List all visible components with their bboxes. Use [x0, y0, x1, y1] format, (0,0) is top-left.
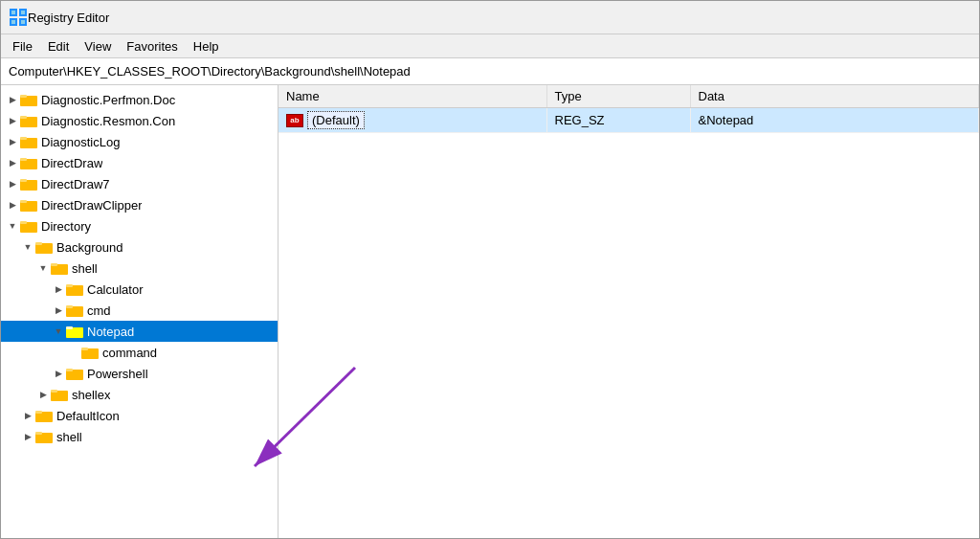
- folder-icon-notepad: [66, 325, 83, 338]
- expand-arrow-directdraw7[interactable]: [5, 176, 20, 191]
- address-path: Computer\HKEY_CLASSES_ROOT\Directory\Bac…: [9, 64, 411, 79]
- tree-label-powershell: Powershell: [87, 367, 148, 381]
- col-name: Name: [278, 85, 546, 108]
- svg-rect-5: [21, 11, 25, 14]
- folder-icon-diagnosticlog: [20, 135, 37, 148]
- tree-label-directory: Directory: [41, 219, 91, 234]
- expand-arrow-directdraw[interactable]: [5, 155, 20, 170]
- tree-item-diagnostic-perfmon[interactable]: Diagnostic.Perfmon.Doc: [1, 89, 278, 110]
- menu-file[interactable]: File: [5, 37, 40, 56]
- tree-label-directdraw: DirectDraw: [41, 156, 102, 170]
- folder-icon-directdraw: [20, 156, 37, 169]
- tree-label-defaulticon: DefaultIcon: [56, 409, 120, 423]
- tree-label-diagnostic-perfmon: Diagnostic.Perfmon.Doc: [41, 93, 175, 107]
- tree-label-shell: shell: [72, 261, 98, 276]
- folder-icon-diagnostic-perfmon: [20, 93, 37, 106]
- tree-label-shell2: shell: [56, 430, 82, 444]
- expand-arrow-shell2[interactable]: [20, 429, 35, 444]
- svg-rect-23: [35, 242, 42, 245]
- menu-view[interactable]: View: [77, 37, 119, 56]
- tree-item-directdraw7[interactable]: DirectDraw7: [1, 173, 278, 194]
- reg-type-cell: REG_SZ: [546, 108, 690, 133]
- main-content: Diagnostic.Perfmon.Doc Diagnostic.Resmon…: [1, 85, 979, 539]
- expand-arrow-diagnostic-resmon[interactable]: [5, 113, 20, 128]
- svg-rect-19: [20, 200, 27, 203]
- folder-icon-directdrawclipper: [20, 198, 37, 212]
- menu-help[interactable]: Help: [186, 37, 227, 56]
- tree-item-directdrawclipper[interactable]: DirectDrawClipper: [1, 194, 278, 215]
- svg-rect-27: [66, 284, 73, 287]
- expand-arrow-shellex[interactable]: [35, 387, 51, 402]
- table-row[interactable]: ab(Default)REG_SZ&Notepad: [278, 108, 979, 133]
- right-panel: Name Type Data ab(Default)REG_SZ&Notepad: [278, 85, 979, 539]
- tree-item-cmd[interactable]: cmd: [1, 300, 278, 321]
- tree-label-command: command: [102, 346, 157, 360]
- tree-item-shellex[interactable]: shellex: [1, 384, 278, 405]
- expand-arrow-directdrawclipper[interactable]: [5, 197, 20, 213]
- tree-item-diagnostic-resmon[interactable]: Diagnostic.Resmon.Con: [1, 110, 278, 131]
- expand-arrow-calculator[interactable]: [51, 281, 66, 297]
- address-bar: Computer\HKEY_CLASSES_ROOT\Directory\Bac…: [1, 58, 979, 85]
- expand-arrow-background[interactable]: [20, 239, 35, 255]
- tree-label-diagnosticlog: DiagnosticLog: [41, 135, 120, 149]
- tree-item-shell[interactable]: shell: [1, 258, 278, 279]
- folder-icon-defaulticon: [35, 409, 53, 422]
- tree-item-defaulticon[interactable]: DefaultIcon: [1, 405, 278, 426]
- svg-rect-11: [20, 116, 27, 119]
- expand-arrow-shell[interactable]: [35, 260, 51, 276]
- tree-item-diagnosticlog[interactable]: DiagnosticLog: [1, 131, 278, 152]
- window-title: Registry Editor: [28, 11, 109, 25]
- svg-rect-17: [20, 179, 27, 182]
- tree-label-notepad: Notepad: [87, 325, 134, 339]
- title-bar: Registry Editor: [1, 1, 979, 34]
- menu-bar: File Edit View Favorites Help: [1, 34, 979, 58]
- folder-icon-directory: [20, 219, 37, 233]
- registry-icon: [9, 8, 28, 27]
- folder-icon-powershell: [66, 367, 83, 380]
- expand-arrow-diagnostic-perfmon[interactable]: [5, 92, 20, 107]
- menu-edit[interactable]: Edit: [40, 37, 77, 56]
- tree-item-command[interactable]: command: [1, 342, 278, 363]
- reg-name-cell: ab(Default): [278, 108, 546, 133]
- folder-icon-diagnostic-resmon: [20, 114, 37, 127]
- col-data: Data: [690, 85, 979, 108]
- tree-item-shell2[interactable]: shell: [1, 426, 278, 447]
- svg-rect-7: [21, 20, 25, 24]
- col-type: Type: [546, 85, 690, 108]
- tree-label-directdraw7: DirectDraw7: [41, 177, 110, 191]
- folder-icon-cmd: [66, 303, 83, 317]
- tree-item-directdraw[interactable]: DirectDraw: [1, 152, 278, 173]
- tree-item-calculator[interactable]: Calculator: [1, 279, 278, 300]
- folder-icon-shell: [51, 261, 68, 275]
- tree-item-background[interactable]: Background: [1, 236, 278, 258]
- expand-arrow-defaulticon[interactable]: [20, 408, 35, 423]
- expand-arrow-directory[interactable]: [5, 218, 20, 234]
- tree-item-powershell[interactable]: Powershell: [1, 363, 278, 384]
- svg-rect-37: [51, 390, 57, 393]
- tree-item-notepad[interactable]: Notepad: [1, 321, 278, 342]
- reg-default-value: (Default): [307, 111, 365, 129]
- registry-table: Name Type Data ab(Default)REG_SZ&Notepad: [278, 85, 979, 133]
- tree-item-directory[interactable]: Directory: [1, 215, 278, 236]
- tree-panel[interactable]: Diagnostic.Perfmon.Doc Diagnostic.Resmon…: [1, 85, 278, 539]
- svg-rect-13: [20, 137, 27, 140]
- expand-arrow-cmd[interactable]: [51, 303, 66, 318]
- expand-arrow-powershell[interactable]: [51, 366, 66, 381]
- folder-icon-command: [81, 346, 99, 359]
- reg-data-cell: &Notepad: [690, 108, 979, 133]
- svg-rect-21: [20, 221, 27, 224]
- tree-label-background: Background: [56, 240, 122, 255]
- tree-label-directdrawclipper: DirectDrawClipper: [41, 198, 142, 213]
- svg-rect-35: [66, 369, 73, 371]
- folder-icon-calculator: [66, 282, 83, 296]
- folder-icon-directdraw7: [20, 177, 37, 191]
- svg-rect-4: [11, 11, 15, 14]
- menu-favorites[interactable]: Favorites: [119, 37, 185, 56]
- svg-rect-9: [20, 95, 27, 98]
- svg-rect-6: [11, 20, 15, 24]
- expand-arrow-diagnosticlog[interactable]: [5, 134, 20, 149]
- tree-label-diagnostic-resmon: Diagnostic.Resmon.Con: [41, 114, 175, 128]
- folder-icon-background: [35, 240, 53, 254]
- svg-rect-41: [35, 432, 42, 435]
- expand-arrow-notepad[interactable]: [51, 324, 66, 339]
